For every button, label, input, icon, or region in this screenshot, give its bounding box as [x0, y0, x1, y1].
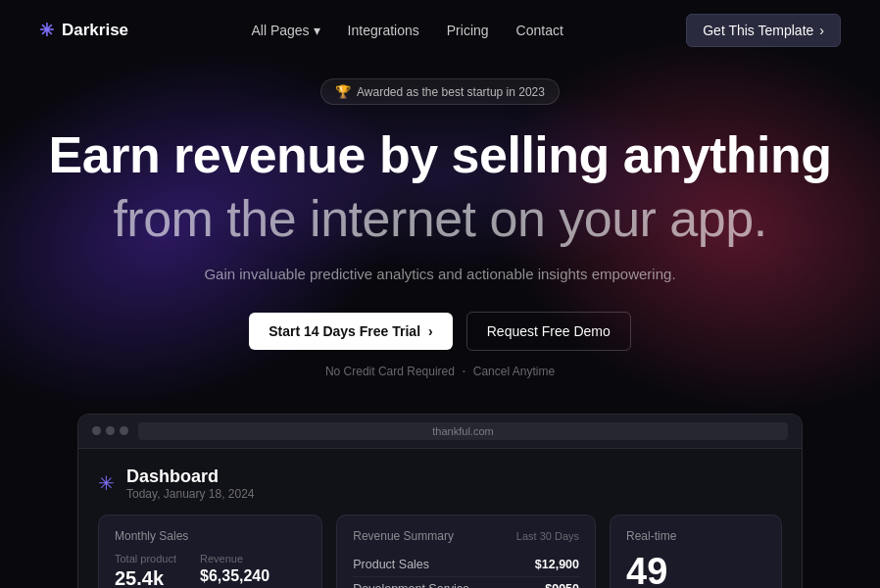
arrow-right-icon: › [819, 23, 824, 38]
monthly-sales-card: Monthly Sales Total product 25.4k Revenu… [98, 514, 322, 588]
hero-heading-line2: from the internet on your app. [0, 189, 880, 248]
browser-dot-2 [106, 426, 115, 435]
nav-pricing[interactable]: Pricing [447, 23, 489, 38]
page-wrapper: ✳ Darkrise All Pages ▾ Integrations Pric… [0, 0, 880, 588]
realtime-number: 49 [626, 553, 765, 588]
logo-star-icon: ✳ [39, 20, 54, 41]
browser-dot-3 [120, 426, 128, 435]
revenue-row-0: Product Sales $12,900 [353, 553, 579, 577]
revenue-summary-header: Revenue Summary Last 30 Days [353, 529, 579, 543]
revenue-row-1: Development Service $9950 [353, 577, 579, 588]
browser-bar: thankful.com [78, 415, 802, 449]
browser-dots [92, 426, 128, 435]
logo[interactable]: ✳ Darkrise [39, 20, 128, 41]
hero-description: Gain invaluable predictive analytics and… [0, 266, 880, 282]
revenue-summary-label: Revenue Summary [353, 529, 454, 543]
total-product-group: Total product 25.4k [115, 553, 176, 588]
navbar: ✳ Darkrise All Pages ▾ Integrations Pric… [0, 0, 880, 61]
total-product-value: 25.4k [115, 567, 176, 588]
monthly-sales-row: Total product 25.4k Revenue $6,35,240 [115, 553, 306, 588]
get-template-button[interactable]: Get This Template › [686, 14, 841, 47]
nav-integrations[interactable]: Integrations [348, 23, 419, 38]
trophy-icon: 🏆 [335, 84, 351, 99]
revenue-value: $6,35,240 [200, 567, 269, 585]
dashboard-header: ✳ Dashboard Today, January 18, 2024 [98, 466, 782, 501]
revenue-group: Revenue $6,35,240 [200, 553, 269, 588]
revenue-period: Last 30 Days [516, 530, 579, 542]
trial-button[interactable]: Start 14 Days Free Trial › [249, 313, 453, 350]
monthly-sales-label: Monthly Sales [115, 529, 306, 543]
chevron-down-icon: ▾ [314, 23, 320, 38]
dashboard-logo-icon: ✳ [98, 471, 115, 495]
realtime-card: Real-time 49 Visiting now [610, 514, 782, 588]
logo-text: Darkrise [62, 21, 128, 40]
nav-contact[interactable]: Contact [516, 23, 563, 38]
browser-dot-1 [92, 426, 101, 435]
nav-links: All Pages ▾ Integrations Pricing Contact [251, 23, 562, 38]
dot-separator: • [463, 367, 465, 375]
no-cc-notice: No Credit Card Required • Cancel Anytime [0, 365, 880, 378]
realtime-label: Real-time [626, 529, 765, 543]
arrow-right-icon: › [428, 323, 433, 339]
dashboard-preview: thankful.com ✳ Dashboard Today, January … [77, 414, 803, 588]
nav-all-pages[interactable]: All Pages ▾ [251, 23, 319, 38]
dashboard-cards: Monthly Sales Total product 25.4k Revenu… [98, 514, 782, 588]
demo-button[interactable]: Request Free Demo [466, 312, 631, 351]
browser-url: thankful.com [138, 422, 788, 440]
dashboard-title-group: Dashboard Today, January 18, 2024 [126, 466, 255, 501]
hero-section: 🏆 Awarded as the best startup in 2023 Ea… [0, 61, 880, 378]
dashboard-subtitle: Today, January 18, 2024 [126, 487, 255, 501]
dashboard-content: ✳ Dashboard Today, January 18, 2024 Mont… [78, 449, 802, 588]
dashboard-title: Dashboard [126, 466, 255, 487]
hero-heading-line1: Earn revenue by selling anything [0, 126, 880, 185]
revenue-summary-card: Revenue Summary Last 30 Days Product Sal… [336, 514, 596, 588]
award-badge: 🏆 Awarded as the best startup in 2023 [320, 78, 560, 105]
cta-row: Start 14 Days Free Trial › Request Free … [0, 312, 880, 351]
